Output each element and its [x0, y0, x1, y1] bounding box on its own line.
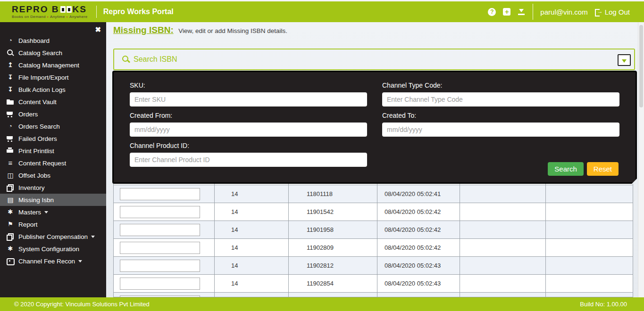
sidebar-item-system-configuration[interactable]: System Configuration: [0, 243, 106, 255]
sidebar-item-label: Dashboard: [18, 37, 50, 44]
close-icon[interactable]: ✖: [95, 25, 101, 34]
search-isbn-header[interactable]: Search ISBN: [113, 49, 635, 70]
logout-button[interactable]: Log Out: [595, 8, 630, 16]
table-cell: 08/04/2020 05:02:41: [377, 185, 460, 203]
isbn-input[interactable]: [120, 242, 200, 254]
scrollbar-thumb[interactable]: [639, 25, 643, 107]
channel-product-id-input[interactable]: [130, 153, 367, 167]
user-email: parul@vin.com: [540, 8, 587, 16]
sidebar-item-content-request[interactable]: Content Request: [0, 157, 106, 169]
sidebar-item-label: Bulk Action Logs: [18, 86, 66, 93]
table-cell: 08/04/2020 05:02:43: [377, 257, 460, 274]
table-cell-isbn: [114, 185, 215, 203]
sidebar-item-label: Orders Search: [18, 123, 60, 130]
sidebar-item-offset-jobs[interactable]: Offset Jobs: [0, 169, 106, 181]
isbn-input[interactable]: [120, 278, 200, 290]
search-icon: [122, 55, 130, 64]
add-icon[interactable]: [503, 8, 510, 16]
download-icon: [6, 74, 15, 81]
sidebar-item-inventory[interactable]: Inventory: [0, 181, 106, 194]
sidebar-item-orders-search[interactable]: Orders Search: [0, 120, 106, 132]
topbar: REPRO BKS Books on Demand•Anytime•Anywhe…: [0, 1, 644, 22]
isbn-input[interactable]: [120, 260, 200, 272]
collapse-toggle-button[interactable]: [618, 54, 631, 66]
copyright-text: © 2020 Copyright: Vinculum Solutions Pvt…: [14, 301, 150, 308]
table-cell: 08/04/2020 05:02:43: [377, 275, 460, 292]
cart-icon: [6, 110, 15, 118]
brand-text-suffix: KS: [73, 5, 87, 14]
table-cell: 14: [215, 203, 289, 221]
search-button[interactable]: Search: [548, 162, 584, 176]
open-book-icon: [60, 6, 72, 13]
search-form-grid: SKU:Channel Type Code:Created From:Creat…: [130, 82, 619, 167]
table-cell: 11902854: [289, 275, 377, 292]
sidebar-item-label: Failed Orders: [18, 135, 57, 142]
table-cell: [546, 275, 633, 292]
table-cell: 11902812: [289, 257, 377, 274]
sidebar-item-content-vault[interactable]: Content Vault: [0, 96, 106, 108]
download-icon[interactable]: [518, 8, 526, 16]
help-icon[interactable]: [488, 8, 496, 16]
sidebar-item-label: Publisher Compensation: [18, 233, 88, 240]
sidebar-item-masters[interactable]: Masters: [0, 206, 106, 218]
table-cell: 08/04/2020 05:02:42: [377, 239, 460, 256]
table-row: 141190154208/04/2020 05:02:42: [114, 203, 633, 221]
table-cell: 11901542: [289, 203, 377, 221]
sidebar-item-orders[interactable]: Orders: [0, 108, 106, 120]
sku-input[interactable]: [130, 92, 367, 106]
table-cell-isbn: [114, 257, 215, 274]
sidebar-item-label: Channel Fee Recon: [18, 258, 75, 265]
table-cell: [460, 257, 546, 274]
created-from-input[interactable]: [130, 123, 367, 137]
table-row: 141190281208/04/2020 05:02:43: [114, 257, 633, 275]
field-label: Created From:: [130, 112, 367, 119]
sidebar-item-file-import-export[interactable]: File Import/Export: [0, 71, 106, 83]
sidebar-item-report[interactable]: Report: [0, 218, 106, 230]
field-label: Channel Product ID:: [130, 142, 367, 149]
reset-button[interactable]: Reset: [587, 162, 619, 176]
table-cell: 11801118: [289, 185, 377, 203]
sidebar-item-publisher-compensation[interactable]: Publisher Compensation: [0, 230, 106, 243]
caret-down-icon: [91, 236, 95, 238]
sidebar-item-bulk-action-logs[interactable]: Bulk Action Logs: [0, 83, 106, 96]
printer-icon: [6, 147, 15, 155]
sidebar-item-label: Missing Isbn: [18, 196, 54, 204]
search-icon: [6, 49, 15, 57]
sidebar-item-channel-fee-recon[interactable]: Channel Fee Recon: [0, 255, 106, 267]
table-cell: 14: [215, 275, 289, 292]
table-cell-isbn: [114, 293, 215, 297]
created-to-input[interactable]: [382, 123, 619, 137]
sidebar-item-failed-orders[interactable]: Failed Orders: [0, 132, 106, 145]
sidebar-item-label: Inventory: [18, 184, 45, 191]
isbn-input[interactable]: [120, 206, 200, 218]
table-cell: 08/04/2020 05:02:42: [377, 203, 460, 221]
channel-type-code-input[interactable]: [382, 92, 619, 106]
gauge-icon: [6, 123, 15, 130]
table-cell: 14: [215, 257, 289, 274]
sidebar-item-dashboard[interactable]: Dashboard: [0, 34, 106, 47]
header-divider: [96, 6, 97, 18]
brand-text-prefix: REPRO B: [12, 5, 59, 14]
table-row: 141190280908/04/2020 05:02:42: [114, 239, 633, 257]
table-cell: [546, 239, 633, 256]
isbn-input[interactable]: [120, 188, 200, 200]
table-cell: [460, 221, 546, 238]
flag-icon: [6, 221, 15, 228]
sidebar-item-catalog-management[interactable]: Catalog Management: [0, 59, 106, 71]
list-icon: [6, 159, 15, 167]
sidebar-item-print-printlist[interactable]: Print Printlist: [0, 145, 106, 157]
portal-title: Repro Works Portal: [103, 8, 174, 16]
table-cell: [546, 257, 633, 274]
sidebar-item-missing-isbn[interactable]: Missing Isbn: [0, 194, 106, 206]
folder-icon: [6, 98, 15, 106]
table-cell-isbn: [114, 275, 215, 292]
isbn-input[interactable]: [120, 224, 200, 236]
sidebar-item-catalog-search[interactable]: Catalog Search: [0, 47, 106, 59]
table-cell: [460, 185, 546, 203]
sidebar-item-label: Catalog Search: [18, 49, 62, 57]
table-cell: 11901958: [289, 221, 377, 238]
field-label: Channel Type Code:: [382, 82, 619, 89]
sidebar-item-label: Content Request: [18, 160, 66, 167]
table-row: 141190195808/04/2020 05:02:42: [114, 221, 633, 239]
table-cell: [546, 203, 633, 221]
